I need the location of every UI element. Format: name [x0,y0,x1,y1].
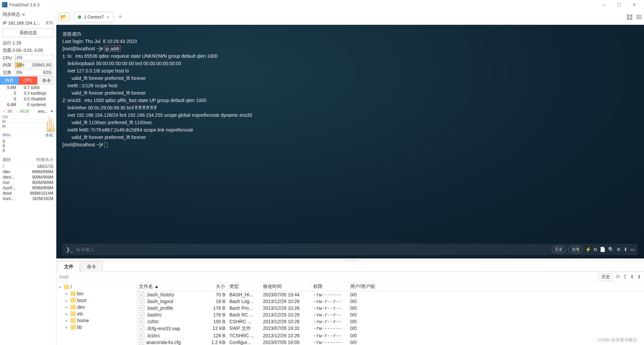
tab-commands[interactable]: 命令 [80,261,103,272]
file-table: 文件名 ▲ 大小 类型 修改时间 权限 用户/用户组 ≡.bash_histor… [137,282,644,345]
refresh-icon[interactable]: ⟳ [616,274,620,280]
swap-label: 交换 [3,69,13,76]
file-row[interactable]: ≡.bash_profile176 BBash Pro...2013/12/29… [137,305,644,311]
col-owner[interactable]: 用户/用户组 [348,282,382,291]
file-icon: ≡ [139,333,144,338]
folder-icon [64,285,69,289]
tab-files[interactable]: 文件 [58,261,80,272]
disk-row: /dev898M/898M [0,169,56,175]
process-row[interactable]: 00.3ksoftirqd [0,91,56,96]
disk-row: /sys/f...909M/909M [0,185,56,191]
disk-row: /run/...182M/182M [0,196,56,201]
file-icon: ≡ [139,312,144,317]
col-name[interactable]: 文件名 ▲ [137,282,201,291]
file-row[interactable]: ≡.bash_logout18 BBash Log...2013/12/29 1… [137,298,644,305]
tree-node[interactable]: ▸lib [56,324,137,331]
status-dot-icon [78,15,81,19]
upload-icon: ↑ [3,109,5,114]
folder-icon [70,311,76,316]
file-row[interactable]: ≡.ifcfg-ens33.swp12 KBSWP 文件2023/07/05 1… [137,325,644,332]
history-button[interactable]: 历史 [552,246,566,253]
ping-ms: 0ms [3,133,10,138]
sync-label: 同步状态 [3,11,20,17]
process-row[interactable]: 6.4M0systemd [0,102,56,108]
file-icon: ≡ [139,305,144,311]
disk-table: 路径可用/大小 /16G/17G/dev898M/898M/dev/...909… [0,156,56,201]
network-chart: 11K 8K 4K [1,115,55,132]
copy-ip-button[interactable]: 复制 [45,20,53,26]
maximize-button[interactable]: ☐ [611,2,627,7]
new-tab-button[interactable]: + [115,13,125,20]
cpu-bar: 1% [15,55,53,61]
file-row[interactable]: ≡.bash_history70 BBASH_HI...2023/07/05 1… [137,291,644,298]
upload-file-icon[interactable]: ⬆ [637,274,641,280]
folder-icon [70,325,76,330]
tree-node[interactable]: ▸bin [56,290,137,297]
close-button[interactable]: ✕ [627,2,642,7]
col-perm[interactable]: 权限 [311,282,348,291]
file-row[interactable]: ≡.bashrc176 BBash RC ...2013/12/29 10:26… [137,311,644,318]
file-row[interactable]: ≡.tcshrc129 BTCSHRC ...2013/12/29 10:26-… [137,332,644,339]
watermark: CSDN @东离与糖宝 [597,337,637,343]
options-button[interactable]: 选项 [569,246,583,253]
chevron-down-icon[interactable]: ▼ [50,110,53,113]
tab-cmd[interactable]: 命令 [37,77,56,85]
network-row: ↑3K ↓662B ens...▼ [0,108,56,115]
tab-memory[interactable]: 内存 [0,77,19,85]
copy-icon[interactable]: ⧉ [594,247,597,252]
disk-row: /boot868M/1014M [0,191,56,196]
tree-node[interactable]: ▸boot [56,297,137,304]
system-info-button[interactable]: 系统信息 [3,29,53,37]
grid-view-icon[interactable] [627,14,633,20]
ping-host: 本机 [45,133,53,138]
file-row[interactable]: ≡anaconda-ks.cfg1.2 KBConfigur...2023/07… [137,339,644,345]
session-tab[interactable]: 1 Centos7 × [73,12,113,22]
folder-icon [70,291,76,296]
tree-node[interactable]: ▸home [56,317,137,324]
session-tabbar: 📂 1 Centos7 × + [56,9,644,25]
bolt-icon[interactable]: ⚡ [585,247,591,252]
list-view-icon[interactable] [636,14,642,20]
mem-bar: 18%335M/1.8G [15,62,53,68]
tree-node[interactable]: ▾/ [56,284,137,290]
close-tab-button[interactable]: × [106,14,109,20]
terminal-icon: ❯_ [66,246,73,253]
file-icon: ≡ [139,340,144,345]
col-size[interactable]: 大小 [201,282,227,291]
session-tab-label: 1 Centos7 [84,14,104,19]
file-row[interactable]: ≡.cshrc100 BCSHRC ...2013/12/29 10:26-rw… [137,318,644,325]
fullscreen-icon[interactable]: ▭ [630,247,635,252]
folder-icon [70,305,76,309]
splitter[interactable]: • • • • • [56,258,644,261]
tree-node[interactable]: ▸dev [56,304,137,310]
col-type[interactable]: 类型 [227,282,261,291]
disk-row: /dev/...909M/909M [0,175,56,180]
disk-row: /16G/17G [0,164,56,169]
file-icon: ≡ [139,326,144,331]
file-history-button[interactable]: 历史 [598,273,613,281]
file-icon: ≡ [139,319,144,324]
tree-node[interactable]: ▸etc [56,310,137,317]
search-icon[interactable]: 🔍 [608,247,614,252]
terminal[interactable]: 连接成功 Last login: Thu Jul 6 10:24:43 2023… [56,25,644,258]
download-icon[interactable]: ⬇ [624,247,628,252]
process-row[interactable]: 00.3xfsaild/d [0,96,56,102]
settings-icon[interactable]: ⚙ [616,247,621,252]
paste-icon[interactable]: 📄 [600,247,605,252]
uptime: 运行 1:29 [0,39,56,47]
file-panel: 文件 命令 /root 历史 ⟳ ↥ ⬇ ⬆ ▾/▸bin▸boot▸dev▸e… [56,261,644,345]
cpu-label: CPU [3,55,13,60]
col-date[interactable]: 修改时间 [261,282,311,291]
upload-icon[interactable]: ↥ [623,274,627,280]
titlebar: FinalShell 3.8.3 — ☐ ✕ [0,0,644,9]
folder-icon [70,298,76,303]
minimize-button[interactable]: — [596,2,611,7]
tab-cpu[interactable]: CPU [19,77,38,85]
process-row[interactable]: 5.8M0.7sshd [0,85,56,91]
ip-label: IP 192.168.154.1... [3,20,40,26]
open-folder-button[interactable]: 📂 [58,13,69,21]
command-input[interactable] [76,247,549,252]
download-file-icon[interactable]: ⬇ [630,274,634,280]
process-list: 5.8M0.7sshd00.3ksoftirqd00.3xfsaild/d6.4… [0,85,56,108]
file-path: /root [59,274,596,280]
